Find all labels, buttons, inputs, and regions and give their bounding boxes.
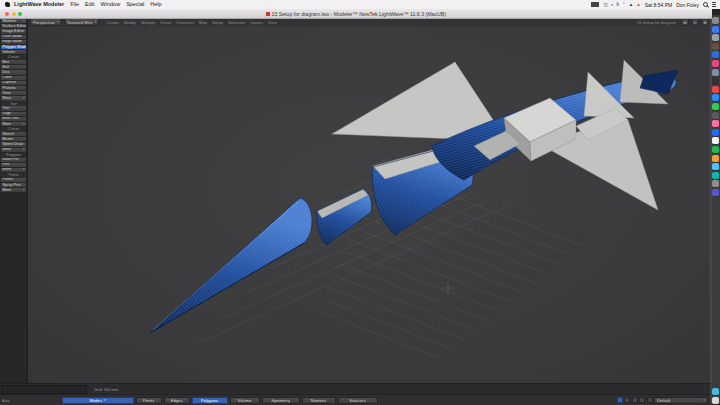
tab-view[interactable]: View: [268, 20, 277, 25]
next-layer-button[interactable]: [639, 397, 645, 403]
dock-app-icon[interactable]: [712, 43, 719, 50]
perspective-viewport[interactable]: [28, 26, 711, 384]
macos-dock: [710, 15, 720, 404]
volume-icon[interactable]: ▲: [629, 0, 633, 9]
menu-help[interactable]: Help: [150, 0, 161, 9]
tab-construct[interactable]: Construct: [176, 20, 194, 25]
preset-shelf[interactable]: [1, 385, 87, 394]
polygons-button[interactable]: Polygons: [192, 397, 228, 404]
tab-setup[interactable]: Setup: [212, 20, 223, 25]
chevron-down-icon: ▾: [23, 148, 25, 153]
dock-app-icon[interactable]: [712, 103, 719, 110]
menu-special[interactable]: Special: [126, 0, 144, 9]
status-icons: ◫◖b⌃▲▲: [603, 0, 640, 9]
macos-menu-bar: LightWave ModelerFileEditWindowSpecialHe…: [0, 0, 720, 9]
speaker-icon[interactable]: ◖: [611, 0, 614, 9]
dock-app-icon[interactable]: [712, 17, 719, 24]
layer-fg-button[interactable]: [617, 397, 623, 403]
modes-button[interactable]: Modes▾: [62, 397, 134, 404]
origin-axis-marker: [442, 282, 454, 294]
chevron-down-icon: ▾: [23, 168, 25, 173]
chevron-down-icon: ▾: [104, 398, 106, 402]
dock-app-icon[interactable]: [712, 34, 719, 41]
bottom-toolbar: Axis Modes▾PointsEdgesPolygonsVolumeSymm…: [0, 394, 711, 405]
dock-app-icon[interactable]: [712, 129, 719, 136]
jet-model-scene[interactable]: [28, 26, 711, 384]
spotlight-icon[interactable]: [703, 2, 708, 7]
tab-multiply[interactable]: Multiply: [141, 20, 155, 25]
nose-cone-mesh: [150, 198, 312, 333]
window-title-bar[interactable]: 15 Setup for diagram.lwo - Modeler™ NewT…: [0, 9, 712, 19]
menu-file[interactable]: File: [70, 0, 79, 9]
viewport-rotate-icon[interactable]: ↻: [691, 18, 699, 26]
dock-app-icon[interactable]: [712, 60, 719, 67]
points-button[interactable]: Points: [136, 397, 162, 404]
left-tool-panel: Modeler▾Surface EditorImage EditorPoint …: [0, 18, 28, 384]
tool-more-button[interactable]: More▾: [1, 188, 26, 193]
tab-detail[interactable]: Detail: [160, 20, 171, 25]
layer-mini-buttons: [617, 397, 653, 403]
chevron-down-icon: ▾: [95, 20, 97, 24]
dock-app-icon[interactable]: [712, 137, 719, 144]
fuselage-segment-1: [317, 189, 372, 245]
cursor-icon[interactable]: ⌃: [622, 0, 626, 9]
dock-app-icon[interactable]: [712, 51, 719, 58]
dock-app-icon[interactable]: [712, 69, 719, 76]
layer-bg-button[interactable]: [624, 397, 630, 403]
dock-app-icon[interactable]: [712, 388, 719, 395]
dock-app-icon[interactable]: [712, 155, 719, 162]
dock-app-icon[interactable]: [712, 94, 719, 101]
numeric-button[interactable]: Numeric: [302, 397, 336, 404]
dock-app-icon[interactable]: [712, 77, 719, 84]
dock-app-icon[interactable]: [712, 163, 719, 170]
layer-bank-button[interactable]: [647, 397, 653, 403]
dock-app-icon[interactable]: [712, 172, 719, 179]
viewport-zoom-icon[interactable]: ⊕: [701, 18, 709, 26]
tab-selection[interactable]: Selection: [228, 20, 245, 25]
volume-button[interactable]: Volume: [230, 397, 260, 404]
bottom-buttons: Modes▾PointsEdgesPolygonsVolumeSymmetryN…: [62, 397, 380, 404]
statistics-button[interactable]: Statistics: [338, 397, 378, 404]
viewport-pan-icon[interactable]: ⊞: [681, 18, 689, 26]
edges-button[interactable]: Edges: [164, 397, 190, 404]
viewport-view-dropdown[interactable]: Perspective ▾: [30, 18, 62, 26]
menu-lightwave-modeler[interactable]: LightWave Modeler: [14, 0, 64, 9]
dock-app-icon[interactable]: [712, 146, 719, 153]
tab-create[interactable]: Create: [106, 20, 119, 25]
tab-modify[interactable]: Modify: [124, 20, 136, 25]
menu-window[interactable]: Window: [101, 0, 121, 9]
bluetooth-icon[interactable]: b: [616, 0, 619, 9]
menu-bar-clock[interactable]: Sat 8:54 PM: [645, 2, 673, 8]
dock-app-icon[interactable]: [712, 120, 719, 127]
airplay-icon[interactable]: ▲: [636, 0, 640, 9]
current-object-label: 15 Setup for diagram: [637, 20, 676, 25]
window-title: 15 Setup for diagram.lwo - Modeler™ NewT…: [0, 11, 712, 17]
dock-app-icon[interactable]: [712, 397, 719, 404]
notification-center-icon[interactable]: [712, 2, 716, 7]
tab-map[interactable]: Map: [199, 20, 207, 25]
chevron-down-icon: ▾: [23, 96, 25, 101]
fast-user-switch-label[interactable]: Don Foley: [676, 2, 699, 8]
prev-layer-button[interactable]: [632, 397, 638, 403]
chevron-down-icon: ▾: [23, 188, 25, 193]
menu-bar-status-area: ◫◖b⌃▲▲ Sat 8:54 PM Don Foley: [591, 0, 720, 9]
tab-layers[interactable]: Layers: [250, 20, 263, 25]
toolbar-tab-strip: CreateModifyMultiplyDetailConstructMapSe…: [106, 20, 277, 25]
dock-app-icon[interactable]: [712, 26, 719, 33]
apple-menu-icon[interactable]: [5, 2, 10, 7]
viewport-rendermode-dropdown[interactable]: Textured Wire ▾: [64, 18, 100, 26]
lightwave-doc-icon: [266, 12, 270, 16]
menu-edit[interactable]: Edit: [85, 0, 94, 9]
grid-size-label: Grid: 500 mm: [94, 387, 118, 392]
dock-app-icon[interactable]: [712, 86, 719, 93]
chevron-down-icon: ▾: [57, 20, 59, 24]
symmetry-button[interactable]: Symmetry: [262, 397, 300, 404]
dock-app-icon[interactable]: [712, 189, 719, 196]
dock-app-icon[interactable]: [712, 112, 719, 119]
surface-selector-dropdown[interactable]: Default ▾: [654, 397, 708, 404]
dock-app-icon[interactable]: [712, 180, 719, 187]
display-icon[interactable]: ◫: [603, 0, 607, 9]
axis-label: Axis: [2, 398, 10, 403]
viewport-controls: 15 Setup for diagram ⊞ ↻ ⊕: [637, 18, 711, 26]
battery-icon[interactable]: [591, 2, 599, 7]
